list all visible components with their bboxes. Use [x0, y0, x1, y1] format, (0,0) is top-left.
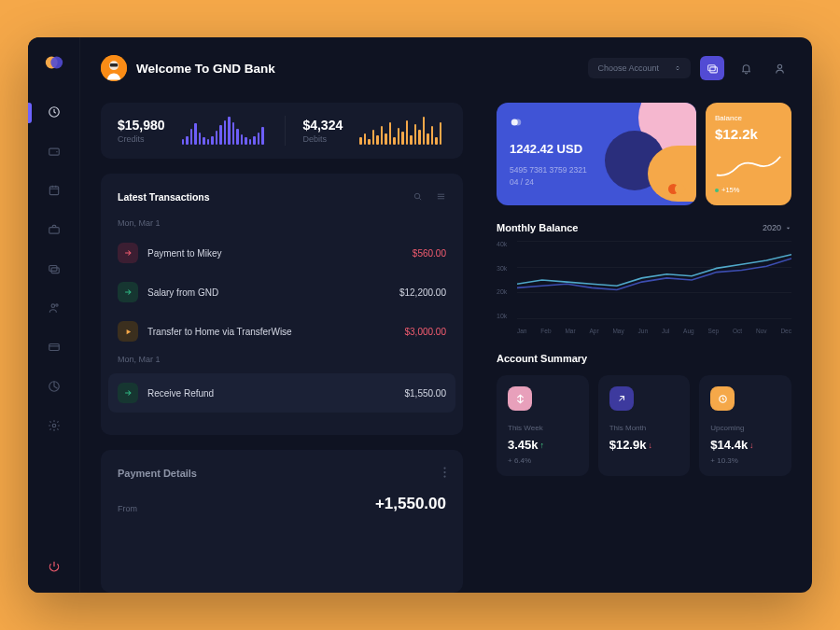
chevron-updown-icon — [674, 64, 681, 72]
transactions-card: Latest Transactions Mon, Mar 1Payment to… — [101, 174, 463, 435]
transaction-icon — [118, 282, 138, 302]
more-icon[interactable] — [443, 465, 446, 482]
svg-rect-21 — [709, 66, 717, 72]
bank-logo — [44, 52, 64, 73]
notifications-button[interactable] — [734, 56, 758, 80]
balance-label: Balance — [715, 114, 782, 122]
transaction-amount: $1,550.00 — [405, 388, 447, 399]
nav-transfer[interactable] — [41, 256, 67, 282]
transaction-amount: $560.00 — [413, 248, 446, 259]
card-brand-logo — [510, 116, 523, 129]
nav-card[interactable] — [41, 334, 67, 360]
svg-point-24 — [514, 119, 521, 126]
debits-label: Debits — [302, 134, 343, 144]
profile-button[interactable] — [767, 56, 791, 80]
search-icon[interactable] — [413, 189, 423, 205]
stat-divider — [285, 116, 286, 146]
user-avatar[interactable] — [101, 55, 127, 81]
summary-label: This Month — [609, 424, 679, 432]
messages-button[interactable] — [700, 56, 724, 80]
welcome-title: Welcome To GND Bank — [136, 62, 275, 76]
nav-analytics[interactable] — [41, 373, 67, 399]
summary-label: This Week — [508, 424, 578, 432]
caret-down-icon — [785, 225, 791, 231]
credits-label: Credits — [118, 134, 165, 144]
svg-rect-10 — [49, 344, 59, 351]
nav-settings[interactable] — [41, 413, 67, 439]
svg-point-9 — [55, 304, 57, 306]
debits-value: $4,324 — [302, 118, 343, 133]
svg-point-17 — [443, 467, 445, 469]
nav-active-indicator — [28, 103, 32, 123]
transaction-amount: $3,000.00 — [405, 327, 447, 337]
transaction-amount: $12,200.00 — [399, 287, 446, 298]
balance-sparkline — [715, 147, 782, 186]
nav-users[interactable] — [41, 295, 67, 321]
nav-dashboard[interactable] — [41, 99, 67, 125]
nav-briefcase[interactable] — [41, 217, 67, 243]
right-column: Choose Account 1242.42 USD 5495 7381 375… — [483, 37, 812, 593]
main-content: Welcome To GND Bank $15,980 Credits $4,3… — [80, 37, 812, 593]
transactions-title: Latest Transactions — [118, 191, 210, 203]
mastercard-logo — [668, 184, 685, 194]
svg-rect-5 — [49, 228, 59, 233]
transaction-row[interactable]: Receive Refund$1,550.00 — [108, 373, 455, 413]
account-selector-label: Choose Account — [597, 63, 659, 73]
payment-details-card: Payment Details From +1,550.00 — [101, 450, 463, 593]
credits-value: $15,980 — [118, 118, 165, 133]
stats-card: $15,980 Credits $4,324 Debits — [101, 103, 463, 159]
summary-pct: + 10.3% — [710, 456, 780, 465]
credits-stat: $15,980 Credits — [118, 118, 165, 144]
transaction-icon — [118, 321, 138, 342]
nav-logout[interactable] — [41, 553, 67, 580]
monthly-balance-header: Monthly Balance 2020 — [497, 222, 791, 233]
balance-card[interactable]: Balance $12.2k +15% — [706, 103, 791, 205]
svg-point-1 — [50, 57, 63, 69]
transaction-name: Receive Refund — [147, 388, 396, 399]
balance-value: $12.2k — [715, 126, 782, 142]
credit-card[interactable]: 1242.42 USD 5495 7381 3759 2321 04 / 24 — [497, 103, 696, 205]
summary-card[interactable]: Upcoming$14.4k↓+ 10.3% — [699, 375, 791, 476]
transaction-date: Mon, Mar 1 — [118, 355, 446, 364]
svg-rect-20 — [707, 64, 715, 70]
summary-card[interactable]: This Month$12.9k↓ — [598, 375, 691, 476]
summary-pct: + 6.4% — [508, 456, 578, 465]
nav-calendar[interactable] — [41, 177, 67, 203]
svg-point-8 — [51, 304, 55, 308]
transaction-row[interactable]: Payment to Mikey$560.00 — [118, 237, 446, 269]
summary-card[interactable]: This Week3.45k↑+ 6.4% — [497, 375, 589, 476]
summary-icon — [508, 386, 532, 411]
debits-stat: $4,324 Debits — [302, 118, 343, 144]
transaction-date: Mon, Mar 1 — [118, 218, 446, 228]
transaction-icon — [118, 383, 138, 403]
transaction-name: Salary from GND — [147, 287, 390, 298]
transactions-list: Mon, Mar 1Payment to Mikey$560.00Salary … — [118, 218, 446, 413]
transaction-icon — [118, 243, 138, 263]
monthly-balance-title: Monthly Balance — [497, 222, 578, 233]
summary-value: $12.9k↓ — [609, 438, 679, 452]
sidebar-nav — [41, 99, 67, 439]
account-selector[interactable]: Choose Account — [588, 58, 691, 78]
transaction-row[interactable]: Salary from GND$12,200.00 — [118, 276, 446, 308]
year-selector[interactable]: 2020 — [763, 223, 791, 232]
svg-point-19 — [443, 475, 445, 477]
card-balance: 1242.42 USD — [510, 142, 683, 156]
left-column: Welcome To GND Bank $15,980 Credits $4,3… — [80, 37, 483, 593]
sidebar — [28, 37, 80, 593]
payment-amount: +1,550.00 — [375, 495, 446, 513]
card-expiry: 04 / 24 — [510, 177, 683, 187]
svg-point-16 — [414, 193, 420, 199]
monthly-balance-chart: 40k30k20k10k JanFebMarAprMayJunJulAugSep… — [497, 241, 791, 334]
transaction-row[interactable]: Transfer to Home via TransferWise$3,000.… — [118, 315, 446, 347]
app-window: Welcome To GND Bank $15,980 Credits $4,3… — [28, 37, 812, 593]
svg-point-22 — [777, 64, 781, 68]
summary-label: Upcoming — [710, 424, 780, 432]
summary-value: $14.4k↓ — [710, 438, 780, 452]
debits-sparkline — [359, 117, 446, 145]
welcome-header: Welcome To GND Bank — [101, 54, 463, 82]
nav-wallet[interactable] — [41, 138, 67, 164]
summary-icon — [710, 386, 735, 411]
menu-icon[interactable] — [436, 189, 446, 205]
summary-value: 3.45k↑ — [508, 438, 578, 452]
credits-sparkline — [182, 117, 269, 145]
